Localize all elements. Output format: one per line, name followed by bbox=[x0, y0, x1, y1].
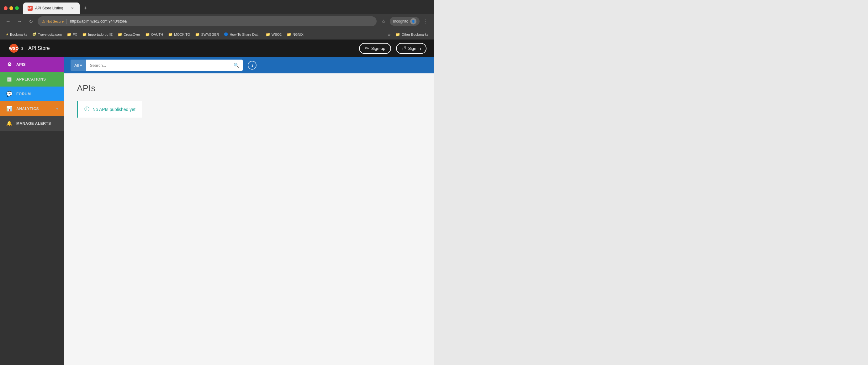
info-icon[interactable]: ℹ bbox=[248, 61, 256, 70]
analytics-chevron-icon: ▾ bbox=[56, 107, 58, 111]
bookmark-item-importado[interactable]: 📁 Importado do IE bbox=[80, 32, 115, 37]
bookmark-item-wso2[interactable]: 📁 WSO2 bbox=[264, 32, 283, 37]
bookmark-label: Other Bookmarks bbox=[401, 33, 428, 36]
wso2-logo-svg: WSO bbox=[7, 43, 20, 53]
bookmark-label: Travelocity.com bbox=[38, 33, 62, 36]
incognito-label: Incognito bbox=[393, 19, 408, 24]
url-bar[interactable]: ⚠ Not Secure | https://apim.wso2.com:944… bbox=[38, 16, 377, 26]
url-text: https://apim.wso2.com:9443/store/ bbox=[70, 19, 127, 24]
sidebar-item-analytics[interactable]: 📊 ANALYTICS ▾ bbox=[0, 101, 64, 116]
address-actions: ☆ Incognito 👤 ⋮ bbox=[379, 17, 430, 26]
forum-icon: 💬 bbox=[6, 91, 12, 97]
apis-content: APIs ⓘ No APIs published yet bbox=[64, 73, 434, 128]
no-apis-text: No APIs published yet bbox=[93, 107, 135, 112]
sidebar-forum-label: FORUM bbox=[16, 92, 58, 96]
close-button[interactable] bbox=[4, 6, 7, 10]
sidebar: ⚙ APIS ▦ APPLICATIONS 💬 FORUM 📊 ANALYTIC… bbox=[0, 57, 64, 365]
apis-icon: ⚙ bbox=[6, 61, 12, 67]
no-apis-message-box: ⓘ No APIs published yet bbox=[77, 101, 142, 118]
logo-area: WSO 2 API Store bbox=[7, 43, 50, 53]
bookmark-item-travelocity[interactable]: 🥑 Travelocity.com bbox=[30, 32, 64, 37]
bookmark-item-fx[interactable]: 📁 FX bbox=[65, 32, 79, 37]
new-tab-button[interactable]: + bbox=[81, 4, 90, 12]
folder-icon: 📁 bbox=[168, 32, 173, 37]
forward-button[interactable]: → bbox=[15, 17, 24, 26]
dropdown-label: All bbox=[74, 63, 79, 68]
back-button[interactable]: ← bbox=[4, 17, 12, 26]
bookmark-label: How To Share Dat... bbox=[229, 33, 260, 36]
sidebar-analytics-label: ANALYTICS bbox=[16, 107, 52, 111]
sidebar-item-applications[interactable]: ▦ APPLICATIONS bbox=[0, 72, 64, 87]
app-header: WSO 2 API Store ✏ Sign-up ⏎ Sign In bbox=[0, 39, 434, 57]
bookmarks-more-button[interactable]: » bbox=[386, 31, 393, 38]
app-body: ⚙ APIS ▦ APPLICATIONS 💬 FORUM 📊 ANALYTIC… bbox=[0, 57, 434, 365]
maximize-button[interactable] bbox=[15, 6, 19, 10]
sidebar-item-manage-alerts[interactable]: 🔔 MANAGE ALERTS bbox=[0, 116, 64, 131]
bookmark-item-bookmarks[interactable]: ★ Bookmarks bbox=[4, 32, 29, 37]
app-name-label: API Store bbox=[28, 45, 50, 51]
bookmark-item-oauth[interactable]: 📁 OAUTH bbox=[143, 32, 165, 37]
signin-button[interactable]: ⏎ Sign In bbox=[396, 43, 427, 54]
sidebar-item-forum[interactable]: 💬 FORUM bbox=[0, 87, 64, 101]
content-area: All ▾ 🔍 ℹ APIs ⓘ No APIs published yet bbox=[64, 57, 434, 365]
tab-close-button[interactable]: × bbox=[70, 5, 75, 11]
search-input[interactable] bbox=[90, 63, 234, 68]
security-warning: ⚠ Not Secure bbox=[42, 20, 64, 24]
menu-button[interactable]: ⋮ bbox=[422, 17, 430, 26]
reload-button[interactable]: ↻ bbox=[26, 17, 35, 26]
incognito-icon: 👤 bbox=[410, 18, 416, 25]
bookmark-label: Importado do IE bbox=[88, 33, 113, 36]
bookmark-item-mockito[interactable]: 📁 MOCKITO bbox=[166, 32, 192, 37]
bookmark-star-icon[interactable]: ☆ bbox=[379, 17, 388, 26]
bookmark-label: FX bbox=[73, 33, 77, 36]
howto-icon: 🔵 bbox=[224, 32, 228, 36]
bookmark-item-swagger[interactable]: 📁 SWAGGER bbox=[193, 32, 221, 37]
signup-label: Sign-up bbox=[371, 46, 385, 51]
bookmark-item-other[interactable]: 📁 Other Bookmarks bbox=[394, 32, 430, 37]
search-bar: All ▾ 🔍 ℹ bbox=[64, 57, 434, 73]
bookmark-label: Bookmarks bbox=[10, 33, 27, 36]
folder-icon: 📁 bbox=[67, 32, 71, 37]
incognito-badge: Incognito 👤 bbox=[390, 17, 420, 26]
bookmark-label: NGNIX bbox=[292, 33, 304, 36]
analytics-icon: 📊 bbox=[6, 106, 12, 112]
bookmark-label: CrossOver bbox=[124, 33, 140, 36]
bookmark-label: WSO2 bbox=[272, 33, 282, 36]
bookmark-label: MOCKITO bbox=[174, 33, 190, 36]
page-title: APIs bbox=[77, 83, 422, 93]
search-filter-dropdown[interactable]: All ▾ bbox=[70, 60, 86, 71]
bookmark-item-ngnix[interactable]: 📁 NGNIX bbox=[285, 32, 305, 37]
folder-icon: 📁 bbox=[195, 32, 200, 37]
sidebar-apis-label: APIS bbox=[16, 62, 58, 67]
signup-icon: ✏ bbox=[365, 45, 369, 52]
applications-icon: ▦ bbox=[6, 76, 12, 82]
window-controls bbox=[4, 6, 19, 10]
tab-title: API Store Listing bbox=[35, 6, 67, 10]
folder-icon: 📁 bbox=[82, 32, 87, 37]
url-separator: | bbox=[66, 19, 67, 24]
active-tab[interactable]: API API Store Listing × bbox=[23, 2, 80, 14]
bookmark-item-howto[interactable]: 🔵 How To Share Dat... bbox=[222, 32, 262, 37]
search-input-wrapper: 🔍 bbox=[86, 60, 243, 71]
tab-favicon: API bbox=[28, 6, 33, 11]
folder-icon: 📁 bbox=[118, 32, 122, 37]
dropdown-chevron-icon: ▾ bbox=[80, 63, 82, 68]
minimize-button[interactable] bbox=[9, 6, 13, 10]
alerts-icon: 🔔 bbox=[6, 120, 12, 126]
travelocity-icon: 🥑 bbox=[32, 32, 37, 36]
folder-icon: 📁 bbox=[145, 32, 150, 37]
signin-icon: ⏎ bbox=[402, 45, 406, 52]
star-icon: ★ bbox=[6, 32, 9, 36]
folder-icon: 📁 bbox=[266, 32, 270, 37]
signin-label: Sign In bbox=[408, 46, 421, 51]
header-actions: ✏ Sign-up ⏎ Sign In bbox=[359, 43, 427, 54]
address-bar: ← → ↻ ⚠ Not Secure | https://apim.wso2.c… bbox=[0, 14, 434, 29]
svg-text:WSO: WSO bbox=[9, 46, 19, 51]
bookmark-item-crossover[interactable]: 📁 CrossOver bbox=[116, 32, 142, 37]
bookmark-label: SWAGGER bbox=[201, 33, 219, 36]
signup-button[interactable]: ✏ Sign-up bbox=[359, 43, 391, 54]
sidebar-item-apis[interactable]: ⚙ APIS bbox=[0, 57, 64, 72]
warning-icon: ⚠ bbox=[42, 20, 45, 24]
search-icon: 🔍 bbox=[234, 63, 239, 68]
sidebar-applications-label: APPLICATIONS bbox=[16, 77, 58, 82]
